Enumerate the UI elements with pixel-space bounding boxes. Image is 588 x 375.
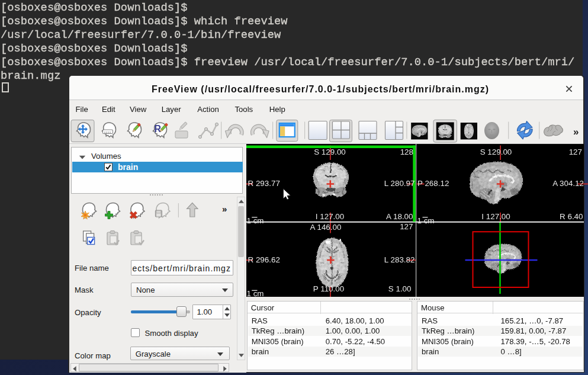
svg-text:R 6.40: R 6.40 <box>560 212 583 221</box>
svg-text:A 18.00: A 18.00 <box>386 212 413 221</box>
svg-text:R 296.62: R 296.62 <box>248 255 279 264</box>
svg-text:L 283.82: L 283.82 <box>384 255 415 264</box>
svg-text:»: » <box>222 204 227 214</box>
svg-text:S 129.00: S 129.00 <box>314 148 346 156</box>
svg-text:S 129.00: S 129.00 <box>480 148 512 156</box>
svg-text:L 280.97: L 280.97 <box>384 179 415 188</box>
svg-text:I 127.00: I 127.00 <box>315 212 343 221</box>
svg-text:A 146.00: A 146.00 <box>310 223 341 232</box>
svg-text:A 304.12: A 304.12 <box>552 179 584 188</box>
svg-text:S 1.00: S 1.00 <box>388 284 411 293</box>
svg-text:128: 128 <box>400 148 413 156</box>
svg-text:P 268.12: P 268.12 <box>417 179 449 188</box>
svg-text:R 293.77: R 293.77 <box>248 179 279 188</box>
svg-text:»: » <box>573 126 579 137</box>
svg-text:127: 127 <box>400 222 413 231</box>
svg-text:I 127.00: I 127.00 <box>481 212 510 221</box>
svg-text:127: 127 <box>568 148 581 156</box>
svg-text:P 110.00: P 110.00 <box>313 284 343 293</box>
svg-text:R: R <box>155 124 162 134</box>
